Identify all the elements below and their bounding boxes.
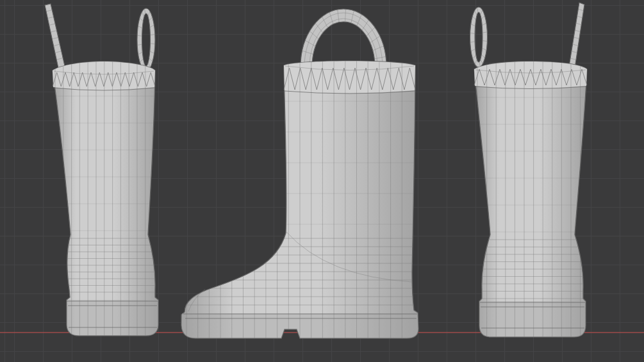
viewport-scene	[0, 0, 644, 362]
handle-strap	[569, 3, 584, 68]
boot-body	[474, 62, 587, 337]
viewport-canvas[interactable]	[0, 0, 644, 362]
boot-front-view-object[interactable]	[470, 3, 590, 338]
handle-loop	[470, 7, 488, 67]
boot-side-view-object[interactable]	[181, 9, 418, 340]
boot-rim-band	[53, 62, 155, 90]
handle-arch	[301, 9, 386, 67]
boot-sole	[479, 301, 586, 337]
handle-loop	[137, 8, 155, 71]
boot-body	[53, 62, 158, 336]
boot-back-view-object[interactable]	[45, 4, 159, 338]
boot-rim-band	[284, 61, 415, 93]
